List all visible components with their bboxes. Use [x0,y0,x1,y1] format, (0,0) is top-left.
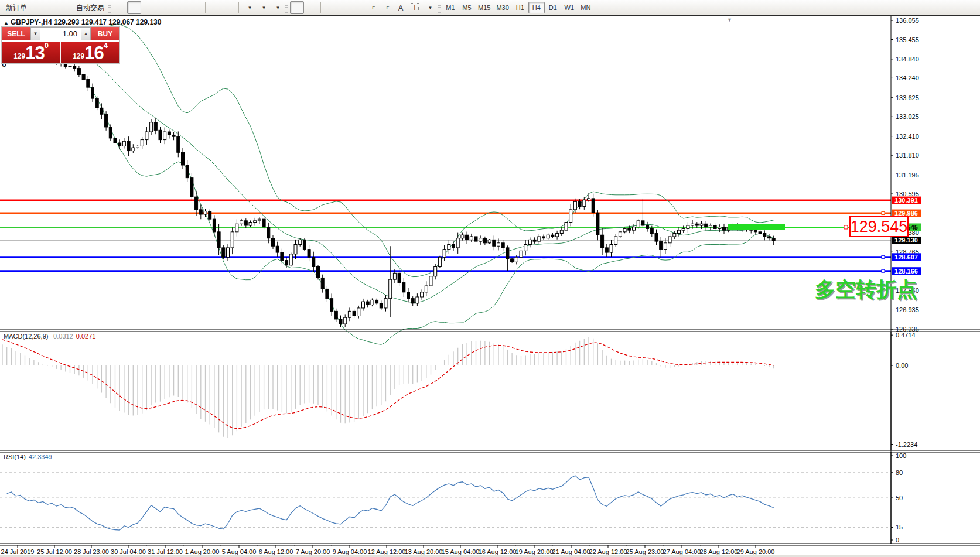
timeframe-button-M30[interactable]: M30 [493,2,511,13]
rsi-tick-label: 15 [896,524,903,531]
channel-button[interactable]: E [366,1,380,14]
ask-pip-digit: 4 [104,42,108,50]
timeframe-button-W1[interactable]: W1 [561,2,578,13]
new-order-button[interactable]: 新订单 [1,1,29,14]
toolbar-grip [285,2,288,13]
price-annotation-box[interactable]: 129.545 [849,216,909,237]
chart-shift-button[interactable] [222,1,236,14]
candle [344,317,347,324]
candle [646,225,649,228]
ask-price-panel[interactable]: 129164 [61,42,119,63]
candle [393,273,396,279]
auto-trading-label: 自动交易 [76,3,104,13]
timeframe-button-H4[interactable]: H4 [528,2,545,13]
candle [407,292,410,299]
candle [713,225,716,228]
timeframe-button-M1[interactable]: M1 [442,2,459,13]
timeframe-button-H1[interactable]: H1 [512,2,528,13]
time-tick-label: 12 Aug 12:00 [368,548,406,555]
rsi-tick-label: 80 [896,469,903,476]
volume-input[interactable]: 1.00 [40,27,81,40]
candle [154,122,157,131]
candle [317,266,320,278]
price-tick-label: 131.195 [896,172,919,179]
cursor-button[interactable] [290,1,304,14]
period-button[interactable]: ▾ [255,1,269,14]
volume-increase-button[interactable]: ▲ [81,27,91,40]
history-button[interactable] [29,1,43,14]
line-handle[interactable] [882,212,885,215]
price-tick-label: 132.410 [896,133,919,140]
bar-chart-button[interactable] [113,1,127,14]
bid-price-panel[interactable]: 129130 [2,42,60,63]
time-tick-label: 16 Aug 12:00 [479,548,517,555]
chat-button[interactable] [961,1,975,14]
volume-decrease-button[interactable]: ▼ [30,27,40,40]
buy-button[interactable]: BUY [91,27,119,40]
symbol-ohlc-text: GBPJPY-,H4 129.293 129.417 129.067 129.1… [11,18,162,26]
timeframe-button-MN[interactable]: MN [578,2,594,13]
time-tick-label: 6 Aug 12:00 [259,548,293,555]
crosshair-button[interactable] [304,1,318,14]
text-label-button[interactable]: T [408,1,422,14]
candle [695,224,698,225]
candle [551,235,554,237]
candle [235,224,238,232]
price-box-handle[interactable] [844,225,848,229]
horizontal-line-button[interactable] [337,1,351,14]
candle [109,127,112,138]
signals-button[interactable] [57,1,71,14]
arrows-button[interactable]: ▾ [422,1,436,14]
price-tick-label: 131.810 [896,152,919,159]
text-button[interactable]: A [394,1,408,14]
candle [660,241,663,250]
auto-scroll-button[interactable] [208,1,222,14]
candle [421,292,424,297]
search-button[interactable] [947,1,961,14]
zoom-out-button[interactable] [175,1,189,14]
candles-chart-button[interactable] [127,1,141,14]
time-tick-label: 13 Aug 20:00 [405,548,443,555]
candle [601,235,604,248]
rsi-tick-label: 100 [896,452,906,459]
template-button[interactable]: ▾ [269,1,284,14]
vertical-line-button[interactable] [323,1,337,14]
indicators-button[interactable]: ▾ [241,1,255,14]
fibo-letter: F [387,5,390,11]
zoom-in-button[interactable] [161,1,175,14]
trading-terminal-window: 新订单 自动交易 [0,0,980,557]
line-chart-button[interactable] [141,1,155,14]
sell-button[interactable]: SELL [2,27,30,40]
line-handle[interactable] [882,255,885,258]
candle [132,148,135,151]
candle [114,138,117,143]
candle [402,283,405,292]
timeframe-button-M5[interactable]: M5 [459,2,475,13]
timeframe-button-D1[interactable]: D1 [545,2,561,13]
profile-button[interactable] [43,1,57,14]
timeframe-button-M15[interactable]: M15 [475,2,493,13]
line-handle[interactable] [882,269,885,272]
price-tick-label: 134.840 [896,56,919,63]
candle [240,221,243,224]
candle [281,252,284,261]
period-caret: ▾ [262,5,265,11]
auto-trading-button[interactable]: 自动交易 [71,1,107,14]
candle [524,245,527,251]
price-line-badge-text: 128.166 [894,268,918,275]
trendline-button[interactable] [351,1,366,14]
candle [330,299,333,312]
candle [267,227,270,238]
candle [768,237,771,238]
candle [254,221,257,223]
candle [650,228,653,233]
fibonacci-button[interactable]: F [380,1,394,14]
candle [357,308,360,316]
turning-point-annotation[interactable]: 多空转折点 [815,276,917,303]
highlight-band[interactable] [728,224,785,230]
time-tick-label: 25 Aug 23:00 [626,548,664,555]
candle [533,240,536,241]
scroll-to-end-icon[interactable]: ▼ [727,17,732,23]
tile-windows-button[interactable] [189,1,203,14]
time-tick-label: 7 Aug 20:00 [296,548,330,555]
